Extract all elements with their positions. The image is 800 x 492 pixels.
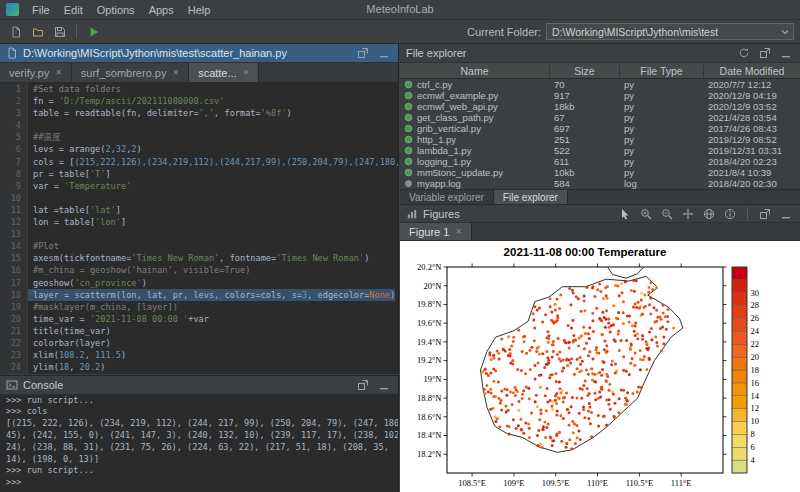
file-name: myapp.log [417, 178, 461, 189]
chart-icon [406, 208, 418, 220]
column-header-file-type[interactable]: File Type [620, 63, 704, 78]
zoom-out-icon[interactable] [659, 206, 675, 221]
save-icon[interactable] [50, 23, 69, 41]
svg-text:20.2°N: 20.2°N [417, 262, 441, 272]
editor-tab-surf-sombrero-py[interactable]: surf_sombrero.py✕ [72, 63, 189, 82]
file-type: py [620, 134, 704, 145]
float-icon[interactable] [757, 46, 773, 61]
line-number: 2 [0, 95, 27, 107]
script-file-icon [6, 47, 18, 59]
code-line: 16#m_china = geoshow('hainan', visible=T… [0, 264, 398, 276]
file-name-cell: mm5tonc_update.py [400, 167, 550, 178]
refresh-icon[interactable] [736, 46, 752, 61]
editor-panel: D:\Working\MIScript\Jython\mis\test\scat… [0, 44, 399, 374]
code-line: 18layer = scatterm(lon, lat, pr, levs, c… [0, 289, 398, 301]
svg-text:8: 8 [751, 429, 755, 439]
file-row[interactable]: myapp.log584log2018/4/20 02:30 [400, 178, 800, 189]
file-row[interactable]: ctrl_c.py70py2020/7/7 12:12 [400, 79, 800, 90]
tab-close-icon[interactable]: ✕ [243, 68, 250, 77]
float-icon[interactable] [355, 46, 371, 61]
zoom-in-icon[interactable] [638, 206, 654, 221]
editor-tab-verify-py[interactable]: verify.py✕ [0, 63, 72, 82]
column-header-date-modified[interactable]: Date Modified [704, 63, 800, 78]
svg-text:18: 18 [751, 365, 760, 375]
code-line: 9var = 'Temperature' [0, 180, 398, 192]
tab-close-icon[interactable]: ✕ [455, 227, 462, 236]
minimize-icon[interactable] [376, 46, 392, 61]
svg-text:30: 30 [751, 288, 760, 298]
menu-edit[interactable]: Edit [57, 2, 90, 18]
svg-text:24: 24 [751, 326, 760, 336]
line-number: 10 [0, 192, 27, 204]
line-number: 15 [0, 252, 27, 264]
editor-tab-scatte-[interactable]: scatte...✕ [189, 63, 259, 82]
svg-text:6: 6 [751, 442, 755, 452]
code-line: 17geoshow('cn_province') [0, 277, 398, 289]
figure-canvas[interactable]: 2021-11-08 00:00 Temperature108.5°E109°E… [400, 241, 800, 492]
file-row[interactable]: get_class_path.py67py2021/4/28 03:54 [400, 112, 800, 123]
column-header-name[interactable]: Name [400, 63, 550, 78]
figure-tab-figure-1[interactable]: Figure 1✕ [400, 223, 472, 240]
py-file-icon [404, 146, 413, 155]
tab-label: surf_sombrero.py [81, 67, 167, 79]
menu-bar: FileEditOptionsAppsHelp MeteoInfoLab [0, 0, 800, 20]
tab-close-icon[interactable]: ✕ [172, 68, 179, 77]
globe-icon[interactable] [701, 206, 717, 221]
column-header-size[interactable]: Size [550, 63, 620, 78]
run-icon[interactable] [84, 23, 103, 41]
file-name: mm5tonc_update.py [417, 167, 503, 178]
file-row[interactable]: mm5tonc_update.py10kbpy2021/8/4 10:39 [400, 167, 800, 178]
file-type: py [620, 156, 704, 167]
chevron-down-icon[interactable] [779, 26, 791, 38]
code-line: 1#Set data folders [0, 83, 398, 95]
py-file-icon [404, 124, 413, 133]
float-icon[interactable] [355, 378, 371, 393]
figures-panel: Figures Figure 1✕ 2021-11-08 00:00 Tempe… [400, 204, 800, 492]
py-file-icon [404, 135, 413, 144]
menu-file[interactable]: File [25, 2, 57, 18]
minimize-icon[interactable] [778, 206, 794, 221]
console-panel-title: Console [23, 379, 63, 391]
file-table: ctrl_c.py70py2020/7/7 12:12ecmwf_example… [400, 79, 800, 189]
file-row[interactable]: logging_1.py611py2018/4/20 02:23 [400, 156, 800, 167]
file-row[interactable]: ecmwf_web_api.py18kbpy2020/12/9 03:52 [400, 101, 800, 112]
minimize-icon[interactable] [778, 46, 794, 61]
console-output[interactable]: >>> run script...>>> run script...>>> ru… [0, 395, 398, 492]
code-editor[interactable]: 1#Set data folders2fn = 'D:/Temp/ascii/2… [0, 83, 398, 374]
explorer-tab-file-explorer[interactable]: File explorer [494, 190, 568, 204]
info-icon[interactable] [722, 206, 738, 221]
file-size: 522 [550, 145, 620, 156]
tab-label: Figure 1 [409, 226, 449, 238]
file-row[interactable]: lambda_1.py522py2019/12/31 03:31 [400, 145, 800, 156]
file-explorer-title: File explorer [406, 47, 467, 59]
cursor-icon[interactable] [617, 206, 633, 221]
svg-text:2021-11-08 00:00 Temperature: 2021-11-08 00:00 Temperature [504, 246, 667, 258]
svg-text:20: 20 [751, 352, 760, 362]
file-row[interactable]: http_1.py251py2019/12/9 08:52 [400, 134, 800, 145]
file-size: 10kb [550, 167, 620, 178]
file-row[interactable]: ecmwf_example.py917py2020/12/9 04:19 [400, 90, 800, 101]
minimize-icon[interactable] [376, 378, 392, 393]
menu-help[interactable]: Help [181, 2, 218, 18]
new-file-icon[interactable] [6, 23, 25, 41]
file-type: py [620, 112, 704, 123]
svg-text:12: 12 [751, 403, 760, 413]
line-number: 13 [0, 228, 27, 240]
explorer-tab-variable-explorer[interactable]: Variable explorer [400, 190, 494, 204]
svg-text:109.5°E: 109.5°E [542, 478, 570, 488]
svg-text:18.6°N: 18.6°N [417, 412, 441, 422]
tab-close-icon[interactable]: ✕ [55, 68, 62, 77]
file-table-header: NameSizeFile TypeDate Modified [400, 63, 800, 79]
menu-options[interactable]: Options [90, 2, 142, 18]
svg-text:16: 16 [751, 378, 760, 388]
float-icon[interactable] [757, 206, 773, 221]
pan-icon[interactable] [680, 206, 696, 221]
open-folder-icon[interactable] [28, 23, 47, 41]
code-line: 12lon = table['lon'] [0, 216, 398, 228]
file-modified: 2019/12/9 08:52 [704, 134, 800, 145]
current-folder-combo[interactable]: D:\Working\MIScript\Jython\mis\test [546, 23, 794, 40]
app-logo-icon [6, 3, 19, 16]
file-row[interactable]: grib_vertical.py697py2017/4/26 08:43 [400, 123, 800, 134]
menu-apps[interactable]: Apps [142, 2, 181, 18]
editor-panel-header: D:\Working\MIScript\Jython\mis\test\scat… [0, 44, 398, 63]
